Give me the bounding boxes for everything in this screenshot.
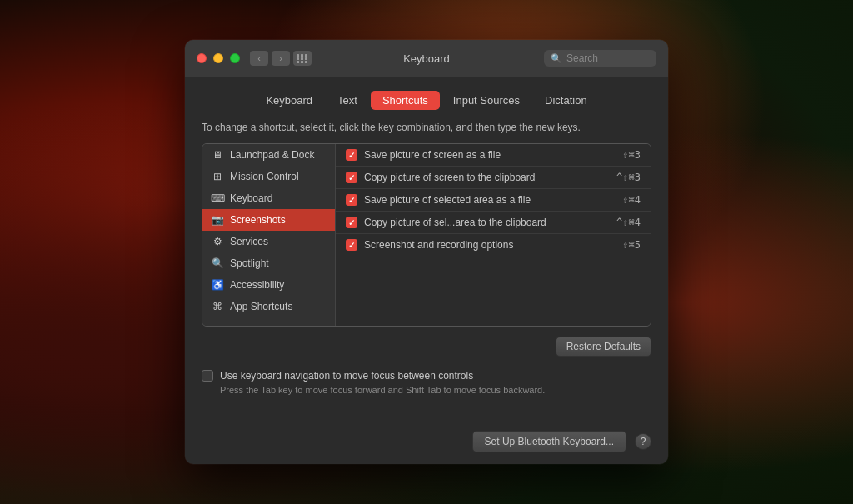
shortcut-checkbox[interactable]: ✓ — [346, 194, 357, 206]
checkmark-icon: ✓ — [348, 173, 355, 182]
window-footer: Set Up Bluetooth Keyboard... ? — [185, 422, 668, 464]
shortcut-label: Save picture of selected area as a file — [364, 194, 616, 206]
grid-icon — [297, 54, 308, 63]
back-button[interactable]: ‹ — [250, 51, 268, 66]
restore-row: Restore Defaults — [202, 337, 651, 357]
shortcuts-sidebar: 🖥 Launchpad & Dock ⊞ Mission Control ⌨ K… — [202, 144, 336, 326]
shortcut-checkbox[interactable]: ✓ — [346, 149, 357, 161]
sidebar-item-label: App Shortcuts — [230, 301, 292, 312]
screenshots-icon: 📷 — [211, 213, 224, 227]
shortcut-keys: ⇧⌘5 — [622, 239, 641, 251]
shortcut-label: Screenshot and recording options — [364, 239, 616, 251]
checkmark-icon: ✓ — [348, 241, 355, 250]
sidebar-item-mission-control[interactable]: ⊞ Mission Control — [202, 166, 335, 187]
sidebar-item-label: Accessibility — [230, 279, 284, 291]
bluetooth-keyboard-button[interactable]: Set Up Bluetooth Keyboard... — [472, 431, 626, 452]
search-icon: 🔍 — [551, 53, 562, 64]
shortcut-keys: ^⇧⌘3 — [616, 172, 641, 183]
checkmark-icon: ✓ — [348, 196, 355, 205]
grid-view-button[interactable] — [293, 51, 312, 66]
tab-dictation[interactable]: Dictation — [533, 91, 599, 110]
sidebar-item-label: Spotlight — [230, 257, 269, 269]
app-shortcuts-icon: ⌘ — [211, 300, 224, 313]
minimize-button[interactable] — [213, 53, 223, 63]
shortcut-label: Copy picture of screen to the clipboard — [364, 172, 610, 183]
tab-input-sources[interactable]: Input Sources — [441, 91, 531, 110]
maximize-button[interactable] — [230, 53, 240, 63]
checkmark-icon: ✓ — [348, 218, 355, 227]
shortcuts-panel: 🖥 Launchpad & Dock ⊞ Mission Control ⌨ K… — [202, 143, 651, 327]
shortcut-label: Save picture of screen as a file — [364, 149, 616, 161]
sidebar-item-launchpad[interactable]: 🖥 Launchpad & Dock — [202, 144, 335, 166]
tab-shortcuts[interactable]: Shortcuts — [371, 91, 440, 110]
tab-bar: Keyboard Text Shortcuts Input Sources Di… — [202, 91, 651, 110]
nav-checkbox-row: Use keyboard navigation to move focus be… — [202, 370, 651, 382]
sidebar-item-spotlight[interactable]: 🔍 Spotlight — [202, 252, 335, 274]
nav-buttons: ‹ › — [250, 51, 290, 66]
titlebar: ‹ › Keyboard 🔍 — [185, 40, 668, 77]
checkmark-icon: ✓ — [348, 151, 355, 160]
shortcut-row[interactable]: ✓ Save picture of screen as a file ⇧⌘3 — [336, 144, 651, 167]
sidebar-item-accessibility[interactable]: ♿ Accessibility — [202, 274, 335, 296]
launchpad-icon: 🖥 — [211, 148, 224, 162]
shortcut-checkbox[interactable]: ✓ — [346, 217, 357, 228]
sidebar-item-screenshots[interactable]: 📷 Screenshots — [202, 209, 335, 231]
spotlight-icon: 🔍 — [211, 257, 224, 270]
restore-defaults-button[interactable]: Restore Defaults — [556, 337, 651, 357]
window-content: Keyboard Text Shortcuts Input Sources Di… — [185, 77, 668, 422]
keyboard-preferences-window: ‹ › Keyboard 🔍 Keyboard Text Shortcuts I… — [185, 40, 668, 464]
close-button[interactable] — [197, 53, 207, 63]
shortcut-keys: ⇧⌘4 — [622, 194, 641, 206]
sidebar-item-label: Mission Control — [230, 171, 299, 182]
keyboard-icon: ⌨ — [211, 192, 224, 205]
shortcut-checkbox[interactable]: ✓ — [346, 172, 357, 183]
shortcut-row[interactable]: ✓ Copy picture of screen to the clipboar… — [336, 167, 651, 189]
sidebar-item-keyboard[interactable]: ⌨ Keyboard — [202, 187, 335, 209]
nav-keyboard-label: Use keyboard navigation to move focus be… — [220, 370, 473, 382]
tab-keyboard[interactable]: Keyboard — [254, 91, 324, 110]
sidebar-item-app-shortcuts[interactable]: ⌘ App Shortcuts — [202, 296, 335, 317]
shortcut-row[interactable]: ✓ Copy picture of sel...area to the clip… — [336, 212, 651, 234]
shortcut-keys: ⇧⌘3 — [622, 149, 641, 161]
search-box[interactable]: 🔍 — [544, 50, 656, 67]
sidebar-item-label: Screenshots — [230, 214, 286, 226]
forward-button[interactable]: › — [272, 51, 290, 66]
window-title: Keyboard — [403, 52, 450, 65]
shortcut-keys: ^⇧⌘4 — [616, 217, 641, 228]
shortcuts-list: ✓ Save picture of screen as a file ⇧⌘3 ✓… — [336, 144, 651, 326]
mission-control-icon: ⊞ — [211, 170, 224, 183]
traffic-lights — [197, 53, 240, 63]
accessibility-icon: ♿ — [211, 278, 224, 292]
instruction-text: To change a shortcut, select it, click t… — [202, 122, 651, 133]
sidebar-item-label: Keyboard — [230, 192, 272, 204]
keyboard-navigation-section: Use keyboard navigation to move focus be… — [202, 370, 651, 395]
search-input[interactable] — [566, 52, 650, 64]
services-icon: ⚙ — [211, 235, 224, 248]
tab-text[interactable]: Text — [326, 91, 369, 110]
shortcut-row[interactable]: ✓ Screenshot and recording options ⇧⌘5 — [336, 234, 651, 256]
shortcut-label: Copy picture of sel...area to the clipbo… — [364, 217, 610, 228]
sidebar-item-services[interactable]: ⚙ Services — [202, 231, 335, 252]
shortcut-checkbox[interactable]: ✓ — [346, 239, 357, 251]
sidebar-item-label: Services — [230, 236, 268, 247]
sidebar-item-label: Launchpad & Dock — [230, 149, 314, 161]
nav-keyboard-checkbox[interactable] — [202, 370, 213, 382]
nav-keyboard-hint: Press the Tab key to move focus forward … — [220, 385, 651, 395]
shortcut-row[interactable]: ✓ Save picture of selected area as a fil… — [336, 189, 651, 212]
help-button[interactable]: ? — [635, 433, 651, 450]
